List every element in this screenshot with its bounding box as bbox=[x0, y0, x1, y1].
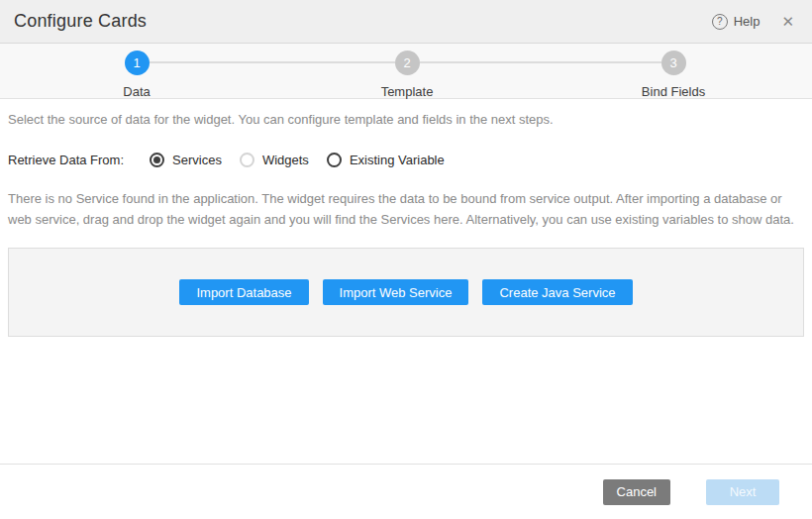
step-bind-fields[interactable]: 3 Bind Fields bbox=[604, 51, 743, 99]
cancel-button[interactable]: Cancel bbox=[603, 479, 670, 505]
close-icon[interactable]: ✕ bbox=[777, 11, 798, 33]
import-database-button[interactable]: Import Database bbox=[179, 279, 308, 305]
step-label: Data bbox=[123, 84, 150, 99]
radio-button-icon bbox=[240, 153, 254, 167]
radio-label: Widgets bbox=[262, 153, 309, 167]
step-label: Bind Fields bbox=[642, 84, 705, 99]
service-actions-panel: Import Database Import Web Service Creat… bbox=[8, 248, 804, 337]
intro-text: Select the source of data for the widget… bbox=[8, 111, 804, 129]
next-button[interactable]: Next bbox=[706, 479, 779, 505]
step-label: Template bbox=[381, 84, 434, 99]
create-java-service-button[interactable]: Create Java Service bbox=[482, 279, 632, 305]
radio-label: Services bbox=[172, 153, 222, 167]
header-actions: ? Help ✕ bbox=[712, 11, 798, 33]
help-button[interactable]: ? Help bbox=[712, 14, 761, 30]
dialog-body: Select the source of data for the widget… bbox=[0, 99, 812, 337]
dialog-header: Configure Cards ? Help ✕ bbox=[0, 0, 812, 44]
page-title: Configure Cards bbox=[14, 11, 147, 32]
wizard-stepper: 1 Data 2 Template 3 Bind Fields bbox=[0, 44, 812, 99]
dialog-footer: Cancel Next bbox=[0, 464, 812, 519]
radio-button-icon bbox=[150, 153, 164, 167]
retrieve-data-label: Retrieve Data From: bbox=[8, 153, 124, 167]
step-number-badge: 1 bbox=[125, 51, 150, 75]
radio-button-icon bbox=[327, 153, 342, 167]
radio-widgets[interactable]: Widgets bbox=[240, 153, 309, 167]
import-web-service-button[interactable]: Import Web Service bbox=[323, 279, 469, 305]
configure-cards-dialog: Configure Cards ? Help ✕ 1 Data 2 Templa… bbox=[0, 0, 812, 519]
radio-services[interactable]: Services bbox=[150, 153, 222, 167]
radio-existing-variable[interactable]: Existing Variable bbox=[327, 153, 445, 167]
step-number-badge: 2 bbox=[395, 51, 420, 75]
step-number-badge: 3 bbox=[661, 51, 686, 75]
step-template[interactable]: 2 Template bbox=[338, 51, 476, 99]
no-service-message: There is no Service found in the applica… bbox=[8, 188, 804, 230]
step-data[interactable]: 1 Data bbox=[67, 51, 206, 99]
retrieve-data-row: Retrieve Data From: Services Widgets Exi… bbox=[8, 153, 804, 167]
help-question-icon: ? bbox=[712, 14, 728, 30]
help-label: Help bbox=[734, 14, 761, 29]
radio-label: Existing Variable bbox=[350, 153, 445, 167]
